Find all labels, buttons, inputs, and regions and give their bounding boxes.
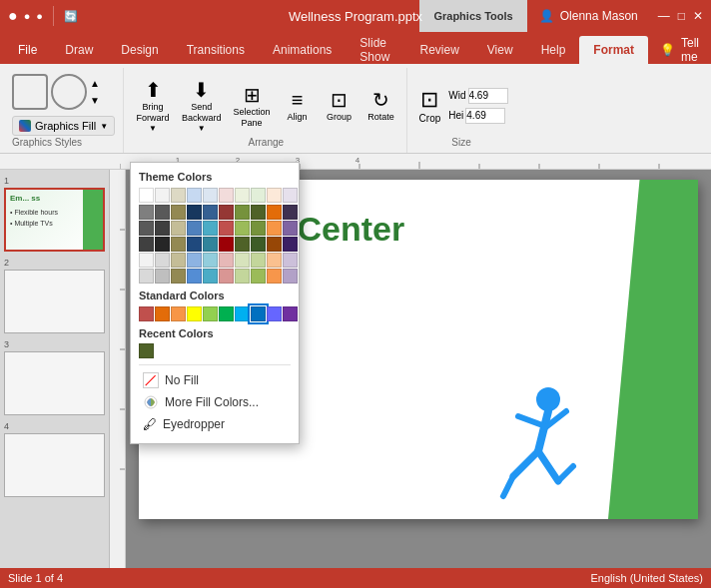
- runner-graphic[interactable]: [488, 381, 588, 504]
- theme-shade-swatch[interactable]: [203, 221, 218, 236]
- tab-animations[interactable]: Animations: [259, 36, 346, 64]
- theme-shade-swatch[interactable]: [187, 205, 202, 220]
- tab-format[interactable]: Format: [579, 36, 648, 64]
- recent-color-swatch[interactable]: [139, 343, 154, 358]
- theme-color-swatch[interactable]: [267, 188, 282, 203]
- tab-transitions[interactable]: Transitions: [173, 36, 259, 64]
- graphics-fill-button[interactable]: Graphics Fill ▼: [12, 116, 115, 136]
- crop-btn[interactable]: ⊡ Crop: [415, 85, 445, 126]
- minimize-btn[interactable]: —: [658, 9, 670, 23]
- theme-shade-swatch[interactable]: [219, 237, 234, 252]
- theme-shade-swatch[interactable]: [283, 237, 298, 252]
- theme-shade-swatch[interactable]: [251, 205, 266, 220]
- theme-shade-swatch[interactable]: [187, 253, 202, 268]
- more-fill-colors-btn[interactable]: More Fill Colors...: [139, 391, 291, 413]
- theme-shade-swatch[interactable]: [171, 221, 186, 236]
- theme-color-swatch[interactable]: [139, 188, 154, 203]
- shape-scroll-up[interactable]: ▲: [90, 78, 108, 89]
- tab-slideshow[interactable]: Slide Show: [346, 36, 405, 64]
- user-info[interactable]: 👤 Olenna Mason: [527, 0, 650, 32]
- group-btn[interactable]: ⊡ Group: [321, 86, 358, 125]
- slide-thumb-4[interactable]: 4: [4, 421, 105, 497]
- theme-color-swatch[interactable]: [203, 188, 218, 203]
- standard-color-swatch[interactable]: [283, 306, 298, 321]
- theme-shade-swatch[interactable]: [139, 269, 154, 284]
- theme-shade-swatch[interactable]: [139, 253, 154, 268]
- theme-shade-swatch[interactable]: [267, 221, 282, 236]
- theme-shade-swatch[interactable]: [171, 205, 186, 220]
- send-backward-btn[interactable]: ⬇ SendBackward ▼: [178, 76, 226, 135]
- theme-shade-swatch[interactable]: [219, 221, 234, 236]
- theme-shade-swatch[interactable]: [267, 205, 282, 220]
- theme-shade-swatch[interactable]: [187, 221, 202, 236]
- theme-shade-swatch[interactable]: [203, 205, 218, 220]
- theme-shade-swatch[interactable]: [155, 269, 170, 284]
- standard-color-swatch[interactable]: [267, 306, 282, 321]
- theme-shade-swatch[interactable]: [283, 269, 298, 284]
- eyedropper-btn[interactable]: 🖋 Eyedropper: [139, 413, 291, 435]
- theme-shade-swatch[interactable]: [155, 237, 170, 252]
- shape-preview-2[interactable]: [51, 74, 87, 110]
- standard-color-swatch[interactable]: [251, 306, 266, 321]
- tab-view[interactable]: View: [473, 36, 527, 64]
- rotate-btn[interactable]: ↻ Rotate: [362, 86, 400, 125]
- theme-color-swatch[interactable]: [251, 188, 266, 203]
- theme-shade-swatch[interactable]: [171, 253, 186, 268]
- theme-color-swatch[interactable]: [283, 188, 298, 203]
- standard-color-swatch[interactable]: [203, 306, 218, 321]
- slide-thumb-2[interactable]: 2: [4, 258, 105, 333]
- theme-shade-swatch[interactable]: [251, 269, 266, 284]
- theme-shade-swatch[interactable]: [139, 205, 154, 220]
- theme-color-swatch[interactable]: [155, 188, 170, 203]
- theme-color-swatch[interactable]: [235, 188, 250, 203]
- theme-shade-swatch[interactable]: [235, 205, 250, 220]
- tab-draw[interactable]: Draw: [51, 36, 107, 64]
- tab-file[interactable]: File: [4, 36, 51, 64]
- shape-scroll-down[interactable]: ▼: [90, 95, 108, 106]
- theme-shade-swatch[interactable]: [283, 221, 298, 236]
- standard-color-swatch[interactable]: [219, 306, 234, 321]
- theme-color-swatch[interactable]: [187, 188, 202, 203]
- width-input[interactable]: [468, 88, 508, 104]
- bring-forward-btn[interactable]: ⬆ BringForward ▼: [132, 76, 174, 135]
- theme-shade-swatch[interactable]: [283, 253, 298, 268]
- theme-color-swatch[interactable]: [219, 188, 234, 203]
- theme-color-swatch[interactable]: [171, 188, 186, 203]
- theme-shade-swatch[interactable]: [171, 237, 186, 252]
- theme-shade-swatch[interactable]: [251, 221, 266, 236]
- standard-color-swatch[interactable]: [171, 306, 186, 321]
- tab-review[interactable]: Review: [405, 36, 472, 64]
- theme-shade-swatch[interactable]: [203, 253, 218, 268]
- theme-shade-swatch[interactable]: [203, 237, 218, 252]
- theme-shade-swatch[interactable]: [187, 237, 202, 252]
- theme-shade-swatch[interactable]: [235, 237, 250, 252]
- standard-color-swatch[interactable]: [187, 306, 202, 321]
- maximize-btn[interactable]: □: [678, 9, 685, 23]
- theme-shade-swatch[interactable]: [283, 205, 298, 220]
- shape-preview-1[interactable]: [12, 74, 48, 110]
- standard-color-swatch[interactable]: [235, 306, 250, 321]
- theme-shade-swatch[interactable]: [139, 237, 154, 252]
- theme-shade-swatch[interactable]: [155, 253, 170, 268]
- slide-thumb-1[interactable]: 1 Em... ss • Flexible hours • Multiple T…: [4, 176, 105, 252]
- theme-shade-swatch[interactable]: [235, 269, 250, 284]
- theme-shade-swatch[interactable]: [155, 205, 170, 220]
- theme-shade-swatch[interactable]: [251, 253, 266, 268]
- standard-color-swatch[interactable]: [139, 306, 154, 321]
- tab-help[interactable]: Help: [527, 36, 580, 64]
- tell-me-btn[interactable]: 💡 Tell me: [648, 36, 711, 64]
- theme-shade-swatch[interactable]: [219, 269, 234, 284]
- theme-shade-swatch[interactable]: [251, 237, 266, 252]
- tab-design[interactable]: Design: [107, 36, 172, 64]
- theme-shade-swatch[interactable]: [267, 253, 282, 268]
- align-btn[interactable]: ≡ Align: [279, 87, 317, 125]
- selection-pane-btn[interactable]: ⊞ SelectionPane: [230, 81, 275, 131]
- slide-thumb-3[interactable]: 3: [4, 339, 105, 415]
- no-fill-btn[interactable]: No Fill: [139, 369, 291, 391]
- standard-color-swatch[interactable]: [155, 306, 170, 321]
- height-input[interactable]: [465, 108, 505, 124]
- close-btn[interactable]: ✕: [693, 9, 703, 23]
- theme-shade-swatch[interactable]: [139, 221, 154, 236]
- theme-shade-swatch[interactable]: [171, 269, 186, 284]
- theme-shade-swatch[interactable]: [219, 253, 234, 268]
